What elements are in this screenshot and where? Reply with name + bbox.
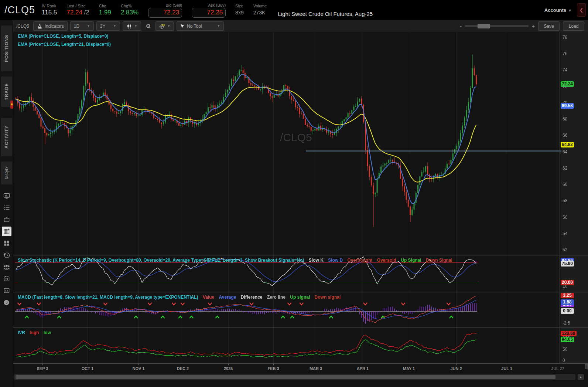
legend-down-signal: Down Signal bbox=[426, 258, 452, 263]
x-axis-label: MAY 1 bbox=[403, 366, 415, 371]
sidebar-tab-activity[interactable]: ACTIVITY bbox=[1, 118, 12, 156]
accounts-menu[interactable]: Accounts▼ bbox=[544, 7, 572, 13]
tv-icon[interactable] bbox=[2, 215, 11, 224]
legend-slow-k: Slow K bbox=[309, 258, 324, 263]
collapse-panel-button[interactable]: ❮ bbox=[577, 3, 586, 17]
chg-field: Chg 1.99 bbox=[99, 3, 111, 17]
legend-difference: Difference bbox=[241, 295, 263, 300]
trading-platform-window: /CLQ5 IV Rank 115.5 Last / Size 72.24 /2… bbox=[0, 0, 588, 387]
iv-rank-field: IV Rank 115.5 bbox=[42, 3, 57, 17]
help-icon[interactable]: ? bbox=[2, 298, 11, 307]
last-size-field: Last / Size 72.24 /2 bbox=[66, 3, 89, 17]
size-field: Size 8x9 bbox=[235, 3, 244, 17]
left-sidebar: POSITIONS TRADE ACTIVITY tastyfx FX ? bbox=[0, 20, 13, 387]
x-axis-label: APR 1 bbox=[357, 366, 369, 371]
bid-label: Bid (Sell) bbox=[148, 3, 182, 8]
time-axis: SEP 3OCT 1NOV 1DEC 22025FEB 3MAR 3APR 1M… bbox=[13, 363, 588, 373]
svg-text:FX: FX bbox=[5, 289, 8, 292]
bid-field: Bid (Sell) 72.23 bbox=[148, 3, 182, 18]
ivr-pane-label: IVR high low bbox=[18, 330, 51, 335]
x-axis-label: JUN 2 bbox=[450, 366, 462, 371]
flask-icon bbox=[37, 23, 42, 29]
chevron-down-icon: ▼ bbox=[113, 24, 116, 28]
x-axis-label: NOV 1 bbox=[132, 366, 144, 371]
community-icon[interactable] bbox=[2, 262, 11, 272]
legend-up-signal: Up signal bbox=[290, 295, 310, 300]
legend-ivr-low: low bbox=[44, 330, 51, 335]
svg-text:?: ? bbox=[6, 301, 8, 305]
sidebar-tab-tastyfx[interactable]: tastyfx bbox=[1, 162, 12, 184]
last-size-value: 72.24 /2 bbox=[66, 9, 89, 17]
legend-ivr-high: high bbox=[30, 330, 39, 335]
size-label: Size bbox=[235, 3, 244, 9]
bid-button[interactable]: 72.23 bbox=[148, 8, 182, 18]
indicators-button[interactable]: Indicators bbox=[33, 21, 68, 31]
chart-settings-button[interactable]: ⚙ bbox=[144, 21, 153, 31]
fx-window-icon[interactable]: FX bbox=[2, 286, 11, 295]
legend-up-signal: Up Signal bbox=[401, 258, 421, 263]
grid-dashboard-icon[interactable] bbox=[2, 238, 11, 248]
x-axis-label: FEB 3 bbox=[267, 366, 279, 371]
zoom-out-button[interactable]: - bbox=[460, 23, 462, 29]
chart-canvas[interactable] bbox=[13, 32, 588, 363]
ema21-study-label[interactable]: EMA (Price=CLOSE, Length=21, Displace=0) bbox=[18, 42, 111, 47]
legend-average: Average bbox=[219, 295, 236, 300]
x-axis-label: 2025 bbox=[224, 366, 233, 371]
x-axis-label: JUL 1 bbox=[501, 366, 512, 371]
horizontal-scrollbar[interactable] bbox=[14, 374, 575, 380]
x-axis-label: DEC 2 bbox=[177, 366, 189, 371]
range-dropdown[interactable]: 3Y▼ bbox=[96, 21, 120, 31]
ask-button[interactable]: 72.25 bbox=[192, 8, 226, 18]
notification-badge[interactable] bbox=[10, 101, 13, 109]
zoom-in-button[interactable]: + bbox=[532, 23, 535, 29]
volume-value: 273K bbox=[253, 9, 267, 17]
legend-value: Value bbox=[203, 295, 214, 300]
charts-icon[interactable] bbox=[2, 227, 11, 236]
iv-rank-label: IV Rank bbox=[42, 3, 57, 9]
toolbar-symbol: /CLQ5 bbox=[16, 24, 29, 29]
legend-oversold: Oversold bbox=[377, 258, 396, 263]
chevron-down-icon: ▼ bbox=[134, 24, 137, 28]
zoom-slider[interactable] bbox=[465, 24, 529, 28]
iv-rank-value: 115.5 bbox=[42, 9, 57, 17]
scrollbar-right-button[interactable]: ▸ bbox=[578, 374, 584, 380]
quote-header: /CLQ5 IV Rank 115.5 Last / Size 72.24 /2… bbox=[0, 0, 588, 20]
cursor-icon bbox=[180, 24, 185, 29]
size-value: 8x9 bbox=[235, 9, 244, 17]
watchlist-icon[interactable] bbox=[2, 203, 11, 213]
legend-slow-d: Slow D bbox=[328, 258, 343, 263]
chart-toolbar: /CLQ5 Indicators 1D▼ 3Y▼ ▼ ⚙ ▼ No Tool ▼… bbox=[13, 20, 588, 32]
sidebar-tab-positions[interactable]: POSITIONS bbox=[1, 26, 12, 71]
chg-value: 1.99 bbox=[99, 9, 111, 17]
active-tool-dropdown[interactable]: No Tool ▼ bbox=[177, 21, 224, 31]
chevron-down-icon: ▼ bbox=[167, 24, 170, 28]
quotes-icon[interactable] bbox=[2, 191, 11, 201]
chevron-down-icon: ▼ bbox=[87, 24, 90, 28]
macd-study-title[interactable]: MACD (Fast length=8, Slow length=21, MAC… bbox=[18, 295, 198, 300]
scrollbar-thumb[interactable] bbox=[16, 375, 555, 379]
drawing-set-dropdown[interactable]: ▼ bbox=[155, 21, 174, 31]
macd-pane-label: MACD (Fast length=8, Slow length=21, MAC… bbox=[18, 295, 341, 300]
last-size-label: Last / Size bbox=[66, 3, 89, 9]
zoom-slider-thumb[interactable] bbox=[478, 24, 490, 28]
legend-zero-line: Zero line bbox=[267, 295, 286, 300]
ivr-study-title[interactable]: IVR bbox=[18, 330, 25, 335]
x-axis-label: SEP 3 bbox=[37, 366, 48, 371]
chg-pct-field: Chg% 2.83% bbox=[121, 3, 139, 17]
instrument-description: Light Sweet Crude Oil Futures, Aug-25 bbox=[278, 11, 373, 20]
x-axis-label: OCT 1 bbox=[82, 366, 93, 371]
stochastic-pane-label: Slow Stochastic (K Period=14, D Period=9… bbox=[18, 258, 452, 263]
save-button[interactable]: Save bbox=[538, 21, 560, 31]
history-icon[interactable] bbox=[2, 250, 11, 260]
timeframe-dropdown[interactable]: 1D▼ bbox=[70, 21, 94, 31]
x-axis-label: JUL 27 bbox=[551, 366, 564, 371]
chart-style-dropdown[interactable]: ▼ bbox=[123, 21, 141, 31]
symbol-title: /CLQ5 bbox=[0, 4, 42, 16]
calendar-icon[interactable] bbox=[2, 274, 11, 284]
ema5-study-label[interactable]: EMA (Price=CLOSE, Length=5, Displace=0) bbox=[18, 34, 108, 39]
legend-down-signal: Down signal bbox=[315, 295, 341, 300]
load-button[interactable]: Load bbox=[563, 21, 584, 31]
axis-corner bbox=[585, 364, 588, 369]
ask-label: Ask (Buy) bbox=[192, 3, 226, 8]
stochastic-study-title[interactable]: Slow Stochastic (K Period=14, D Period=9… bbox=[18, 258, 304, 263]
